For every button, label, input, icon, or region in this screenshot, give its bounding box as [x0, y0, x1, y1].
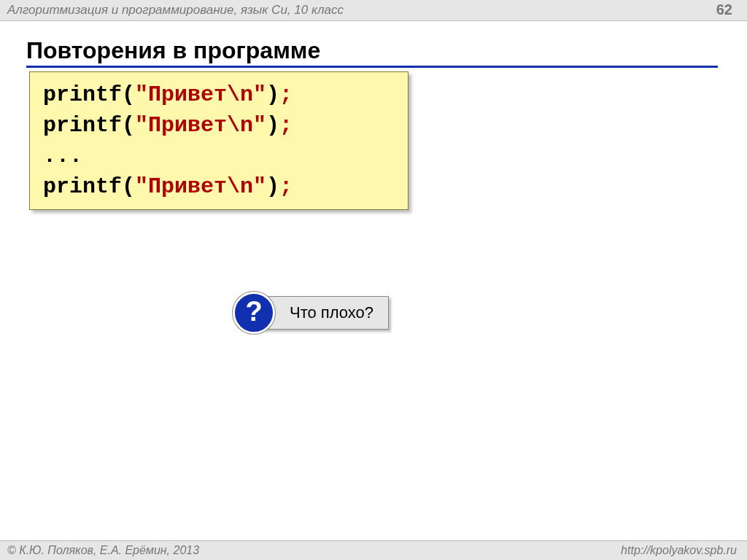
- token-string: "Привет\n": [135, 113, 266, 138]
- header-title: Алгоритмизация и программирование, язык …: [7, 3, 344, 18]
- token-paren: (: [122, 82, 135, 107]
- token-string: "Привет\n": [135, 82, 266, 107]
- token-paren: (: [122, 174, 135, 199]
- token-semi: ;: [279, 113, 293, 138]
- token-paren: (: [122, 113, 135, 138]
- callout-text: Что плохо?: [290, 303, 374, 322]
- callout: ? Что плохо?: [251, 296, 389, 330]
- token-semi: ;: [279, 174, 293, 199]
- callout-box: ? Что плохо?: [251, 296, 389, 330]
- footer-right: http://kpolyakov.spb.ru: [621, 544, 737, 557]
- token-paren: ): [266, 174, 279, 199]
- footer-left: © К.Ю. Поляков, Е.А. Ерёмин, 2013: [7, 544, 199, 557]
- token-paren: ): [266, 82, 279, 107]
- token-fn: printf: [43, 174, 122, 199]
- code-line: printf("Привет\n");: [43, 79, 395, 110]
- code-box: printf("Привет\n"); printf("Привет\n"); …: [29, 71, 409, 210]
- token-paren: ): [266, 113, 279, 138]
- header-bar: Алгоритмизация и программирование, язык …: [0, 0, 747, 21]
- question-icon: ?: [233, 292, 275, 334]
- code-line: printf("Привет\n");: [43, 110, 395, 141]
- slide-title: Повторения в программе: [26, 37, 718, 68]
- page-number: 62: [716, 1, 732, 18]
- token-string: "Привет\n": [135, 174, 266, 199]
- code-line: ...: [43, 141, 395, 171]
- token-fn: printf: [43, 82, 122, 107]
- token-fn: printf: [43, 113, 122, 138]
- question-icon-glyph: ?: [245, 298, 262, 325]
- token-ellipsis: ...: [43, 144, 82, 168]
- token-semi: ;: [279, 82, 293, 107]
- footer-bar: © К.Ю. Поляков, Е.А. Ерёмин, 2013 http:/…: [0, 540, 747, 560]
- code-line: printf("Привет\n");: [43, 171, 395, 202]
